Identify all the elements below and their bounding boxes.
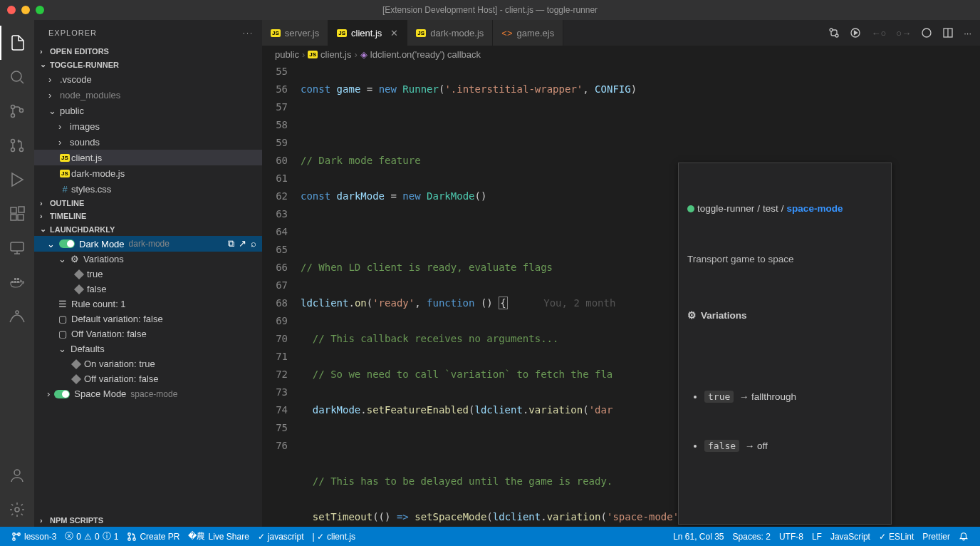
- file-client-js[interactable]: JSclient.js: [34, 150, 262, 165]
- window-controls: [7, 6, 44, 14]
- account-icon[interactable]: [0, 458, 34, 493]
- more-actions-icon[interactable]: ···: [964, 28, 971, 38]
- open-editors-label: OPEN EDITORS: [50, 47, 109, 56]
- method-icon: ◈: [360, 49, 368, 60]
- cursor-position[interactable]: Ln 61, Col 35: [669, 527, 728, 546]
- outline-section[interactable]: › OUTLINE: [34, 197, 262, 210]
- search-flag-icon[interactable]: ⌕: [251, 238, 256, 249]
- svg-point-29: [128, 537, 131, 540]
- ld-defaults[interactable]: ⌄ Defaults: [34, 341, 262, 356]
- eol[interactable]: LF: [808, 527, 826, 546]
- branch-indicator[interactable]: lesson-3: [7, 527, 61, 546]
- ld-off-variation-2[interactable]: Off variation: false: [34, 371, 262, 386]
- ld-default-variation[interactable]: ▢ Default variation: false: [34, 311, 262, 326]
- run-icon[interactable]: [850, 27, 861, 38]
- close-icon[interactable]: ✕: [390, 28, 398, 38]
- encoding-label: UTF-8: [779, 532, 803, 542]
- editor-area: JSserver.js JSclient.js✕ JSdark-mode.js …: [262, 20, 980, 527]
- open-editors-section[interactable]: › OPEN EDITORS: [34, 45, 262, 58]
- ld-off-variation[interactable]: ▢ Off Variation: false: [34, 326, 262, 341]
- activity-bar: [0, 20, 34, 527]
- status-bar: lesson-3 ⓧ0 ⚠0 ⓘ1 Create PR �農Live Share…: [0, 527, 980, 546]
- problems-indicator[interactable]: ⓧ0 ⚠0 ⓘ1: [61, 527, 123, 546]
- npm-scripts-section[interactable]: › NPM SCRIPTS: [34, 514, 262, 527]
- run-debug-icon[interactable]: [0, 163, 34, 197]
- open-external-icon[interactable]: ↗: [239, 238, 246, 249]
- flag-name: Dark Mode: [79, 239, 125, 249]
- ld-variation-false[interactable]: false: [34, 282, 262, 297]
- default-variation-label: Default variation: false: [71, 314, 163, 324]
- hover-description: Transport game to space: [687, 252, 882, 267]
- svg-point-19: [15, 508, 19, 512]
- breadcrumb-symbol[interactable]: ldclient.on('ready') callback: [370, 49, 481, 60]
- source-control-icon[interactable]: [0, 94, 34, 128]
- spaces-label: Spaces: 2: [733, 532, 771, 542]
- extensions-icon[interactable]: [0, 197, 34, 231]
- code-content[interactable]: const game = new Runner('.interstitial-w…: [301, 63, 970, 527]
- next-icon[interactable]: ○→: [896, 28, 911, 38]
- branch-name: lesson-3: [24, 532, 56, 542]
- indentation[interactable]: Spaces: 2: [729, 527, 775, 546]
- breadcrumb-file[interactable]: client.js: [320, 49, 351, 60]
- encoding[interactable]: UTF-8: [775, 527, 808, 546]
- ld-flag-space-mode[interactable]: › Space Mode space-mode: [34, 386, 262, 401]
- prettier-status[interactable]: Prettier: [918, 527, 954, 546]
- language-mode[interactable]: JavaScript: [826, 527, 875, 546]
- copy-icon[interactable]: ⧉: [228, 238, 234, 249]
- more-icon[interactable]: ···: [243, 29, 254, 37]
- tab-server-js[interactable]: JSserver.js: [262, 20, 328, 46]
- ld-on-variation[interactable]: On variation: true: [34, 356, 262, 371]
- folder-images[interactable]: ›images: [34, 118, 262, 134]
- color-preview-icon[interactable]: [921, 27, 932, 38]
- live-share-icon[interactable]: [0, 299, 34, 334]
- close-window-button[interactable]: [7, 6, 16, 14]
- hover-flag-name[interactable]: space-mode: [787, 201, 843, 217]
- folder-node-modules[interactable]: ›node_modules: [34, 87, 262, 103]
- toggle-icon: [59, 239, 75, 248]
- file-check[interactable]: | ✓ client.js: [308, 527, 360, 546]
- svg-point-3: [20, 109, 24, 113]
- notifications-icon[interactable]: [954, 527, 973, 546]
- chevron-right-icon: ›: [40, 47, 50, 56]
- file-styles-css[interactable]: #styles.css: [34, 181, 262, 197]
- pull-request-icon[interactable]: [0, 128, 34, 163]
- timeline-section[interactable]: › TIMELINE: [34, 210, 262, 222]
- tab-client-js[interactable]: JSclient.js✕: [328, 20, 407, 46]
- folder-label: public: [60, 105, 84, 116]
- ld-rule-count[interactable]: ☰ Rule count: 1: [34, 297, 262, 311]
- ld-flag-dark-mode[interactable]: ⌄ Dark Mode dark-mode ⧉ ↗ ⌕: [34, 236, 262, 252]
- live-share-button[interactable]: �農Live Share: [184, 527, 253, 546]
- svg-rect-16: [17, 278, 19, 280]
- ld-variations[interactable]: ⌄ ⚙ Variations: [34, 252, 262, 267]
- prev-icon[interactable]: ←○: [871, 28, 886, 38]
- off-variation-label: Off Variation: false: [71, 329, 147, 339]
- folder-sounds[interactable]: ›sounds: [34, 134, 262, 150]
- docker-icon[interactable]: [0, 265, 34, 299]
- code-editor[interactable]: 5556575859606162636465666768697071727374…: [262, 63, 980, 527]
- tab-game-ejs[interactable]: <>game.ejs: [493, 20, 563, 46]
- search-icon[interactable]: [0, 60, 34, 94]
- minimize-window-button[interactable]: [21, 6, 30, 14]
- chevron-right-icon: ›: [47, 388, 50, 399]
- create-pr-button[interactable]: Create PR: [123, 527, 184, 546]
- compare-changes-icon[interactable]: [828, 27, 840, 38]
- remote-icon[interactable]: [0, 231, 34, 265]
- maximize-window-button[interactable]: [36, 6, 44, 14]
- project-section[interactable]: ⌄ TOGGLE-RUNNER: [34, 58, 262, 71]
- tab-dark-mode-js[interactable]: JSdark-mode.js: [407, 20, 493, 46]
- split-editor-icon[interactable]: [942, 27, 954, 38]
- lang-check[interactable]: ✓ javascript: [254, 527, 308, 546]
- explorer-icon[interactable]: [0, 26, 34, 60]
- eslint-status[interactable]: ✓ ESLint: [875, 527, 918, 546]
- gear-icon[interactable]: [0, 493, 34, 527]
- breadcrumb-folder[interactable]: public: [275, 49, 299, 60]
- file-dark-mode-js[interactable]: JSdark-mode.js: [34, 165, 262, 181]
- ld-variation-true[interactable]: true: [34, 267, 262, 282]
- folder-public[interactable]: ⌄public: [34, 103, 262, 118]
- breadcrumbs[interactable]: public › JS client.js › ◈ ldclient.on('r…: [262, 46, 980, 63]
- folder-vscode[interactable]: ›.vscode: [34, 71, 262, 87]
- launchdarkly-section[interactable]: ⌄ LAUNCHDARKLY: [34, 222, 262, 236]
- minimap[interactable]: [970, 63, 980, 527]
- folder-label: sounds: [70, 137, 100, 148]
- svg-rect-7: [11, 207, 16, 213]
